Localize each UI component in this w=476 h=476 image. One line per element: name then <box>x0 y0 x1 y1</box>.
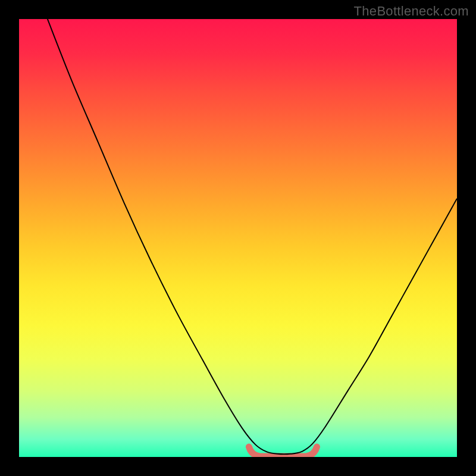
watermark-text: TheBottleneck.com <box>354 4 469 19</box>
bottleneck-curve <box>48 19 457 454</box>
plot-area <box>19 19 457 457</box>
chart-svg <box>19 19 457 457</box>
